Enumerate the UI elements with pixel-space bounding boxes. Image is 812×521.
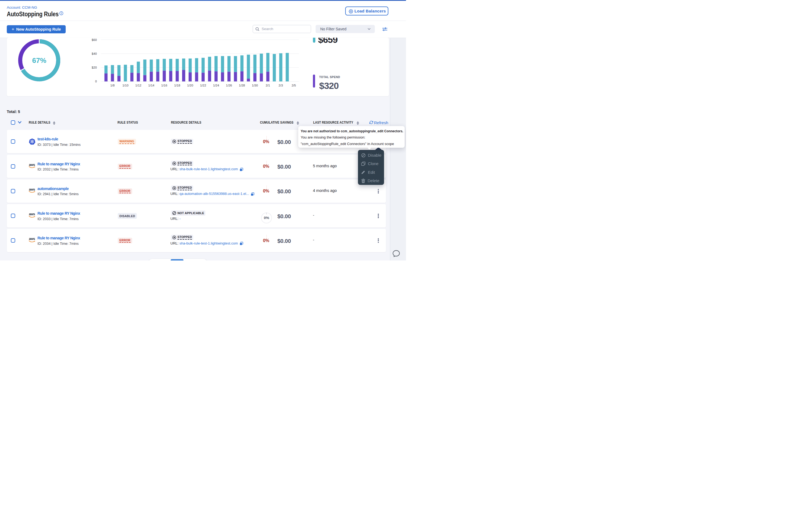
svg-text:0: 0 — [95, 80, 97, 83]
svg-text:1/10: 1/10 — [122, 84, 128, 87]
svg-text:1/28: 1/28 — [239, 84, 245, 87]
svg-text:1/16: 1/16 — [161, 84, 167, 87]
svg-text:1/8: 1/8 — [110, 84, 114, 87]
svg-text:67%: 67% — [32, 56, 46, 65]
svg-text:2/3: 2/3 — [279, 84, 283, 87]
svg-text:1/30: 1/30 — [252, 84, 258, 87]
svg-text:$20: $20 — [92, 66, 97, 69]
svg-text:$60: $60 — [92, 38, 97, 42]
svg-text:2/1: 2/1 — [266, 84, 270, 87]
svg-text:1/22: 1/22 — [200, 84, 206, 87]
svg-text:2/5: 2/5 — [292, 84, 296, 87]
svg-text:1/12: 1/12 — [135, 84, 142, 87]
svg-text:$659: $659 — [318, 38, 338, 45]
svg-text:$320: $320 — [319, 81, 339, 91]
svg-text:1/24: 1/24 — [213, 84, 219, 87]
svg-text:1/26: 1/26 — [226, 84, 232, 87]
svg-text:TOTAL SPEND: TOTAL SPEND — [319, 75, 340, 78]
svg-text:1/14: 1/14 — [148, 84, 154, 87]
svg-text:1/20: 1/20 — [187, 84, 193, 87]
svg-text:$40: $40 — [92, 52, 97, 55]
svg-text:1/18: 1/18 — [174, 84, 180, 87]
